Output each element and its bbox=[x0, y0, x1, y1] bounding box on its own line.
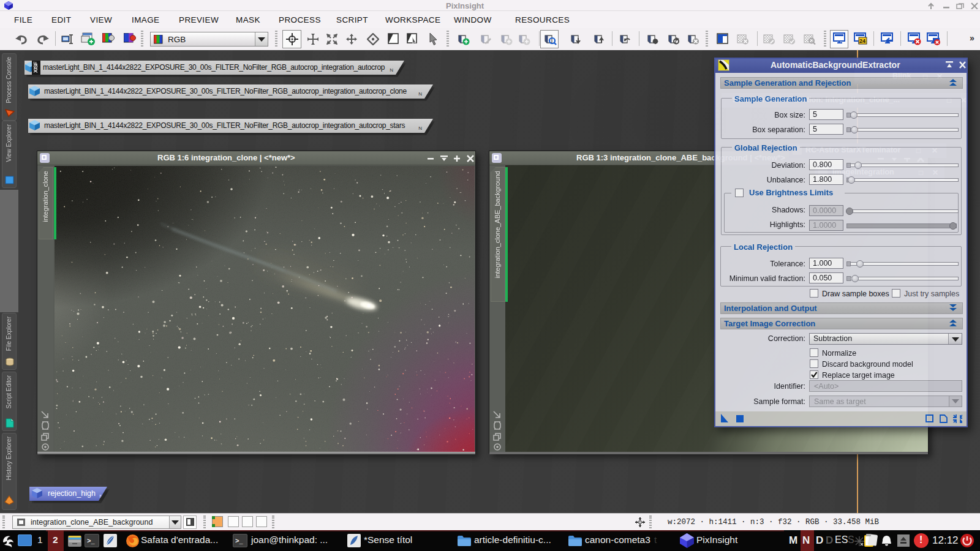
svg-text:24: 24 bbox=[859, 38, 865, 44]
